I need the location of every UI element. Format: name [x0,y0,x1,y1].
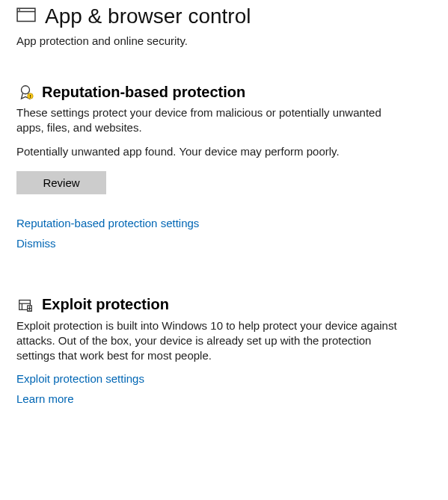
dismiss-link[interactable]: Dismiss [16,237,56,250]
exploit-settings-link[interactable]: Exploit protection settings [16,372,144,385]
learn-more-link[interactable]: Learn more [16,392,74,405]
svg-point-3 [22,86,30,94]
page-title: App & browser control [45,4,251,28]
reputation-description: These settings protect your device from … [16,105,405,136]
svg-text:!: ! [29,94,31,99]
exploit-section-header: Exploit protection [16,296,432,314]
reputation-section-title: Reputation-based protection [42,84,245,101]
reputation-award-icon: ! [16,83,34,101]
exploit-description: Exploit protection is built into Windows… [16,318,405,364]
review-button[interactable]: Review [16,171,106,194]
app-browser-control-icon [16,7,36,25]
page-header: App & browser control [16,4,432,28]
reputation-status: Potentially unwanted app found. Your dev… [16,145,432,158]
reputation-section-header: ! Reputation-based protection [16,83,432,101]
exploit-section-title: Exploit protection [42,296,169,313]
exploit-protection-icon [16,296,34,314]
reputation-settings-link[interactable]: Reputation-based protection settings [16,217,199,229]
page-subtitle: App protection and online security. [16,34,432,47]
svg-rect-2 [19,9,20,10]
